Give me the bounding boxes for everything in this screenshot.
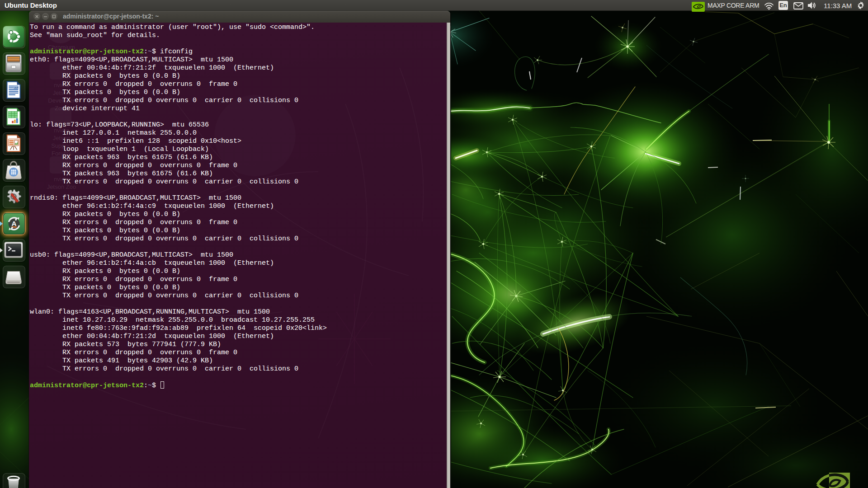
svg-text:A: A: [11, 220, 16, 227]
